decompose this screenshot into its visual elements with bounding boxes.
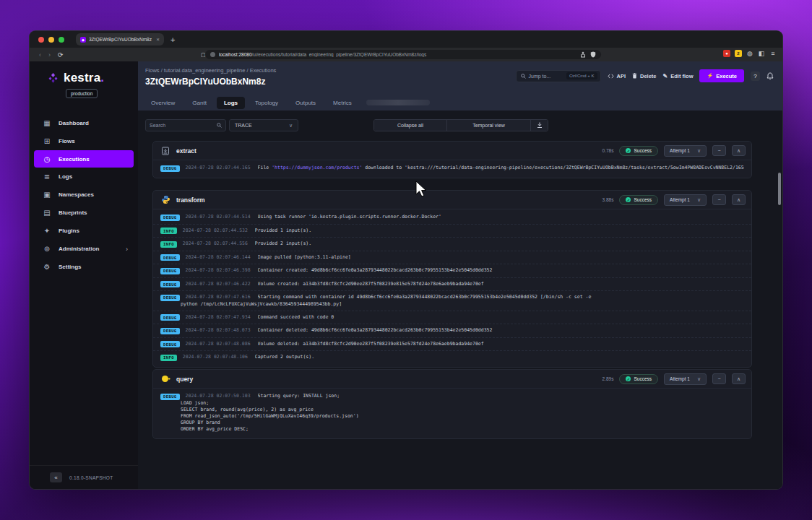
log-level-badge: INFO [160,228,177,234]
browser-menu-icon[interactable]: ≡ [769,50,777,57]
maximize-window-button[interactable] [59,37,64,43]
notifications-bell-icon[interactable] [766,72,774,80]
status-badge[interactable]: ✓ Success [619,146,658,156]
browser-tab[interactable]: ◆ 3ZtQEWrBpCIYuUObBxNm8z × [76,33,164,46]
sidebar-item-administration[interactable]: ⊚ Administration › [30,240,138,258]
collapse-task-button[interactable]: − [712,373,726,384]
browser-window: ◆ 3ZtQEWrBpCIYuUObBxNm8z × + ‹ › ⟳ ▢ loc… [29,30,783,490]
recorder-extension-icon[interactable]: ● [723,50,730,57]
extension-badge-icon[interactable]: 2 [735,50,742,57]
log-search-input[interactable] [150,123,217,128]
jump-to-search[interactable]: Jump to... Ctrl/Cmd + K [516,70,601,82]
task-header[interactable]: extract 0.78s ✓ Success Attempt 1 ∨ − ∧ [153,142,751,160]
tab-metrics[interactable]: Metrics [326,97,359,109]
log-entry: DEBUG 2024-07-28 02:07:44.165 File 'http… [153,162,751,175]
file-download-icon [160,146,170,156]
log-level-badge: DEBUG [160,341,180,347]
scroll-top-button[interactable]: ∧ [732,373,746,384]
status-badge[interactable]: ✓ Success [619,195,658,205]
sidebar-item-flows[interactable]: ⊞ Flows [30,132,138,150]
tab-overview[interactable]: Overview [144,97,182,109]
dashboard-icon: ▦ [43,119,51,127]
new-tab-button[interactable]: + [170,35,175,44]
traffic-lights[interactable] [30,37,72,43]
tab-close-icon[interactable]: × [156,36,160,43]
sidebar-item-dashboard[interactable]: ▦ Dashboard [30,114,138,132]
collapse-task-button[interactable]: − [712,145,726,156]
profile-icon[interactable]: ◍ [746,50,753,57]
sidebar-item-settings[interactable]: ⚙ Settings [30,258,138,276]
sidebar-collapse-button[interactable]: « [50,472,62,482]
task-duration: 0.78s [602,148,614,153]
log-message: Provided 1 input(s). [255,228,744,234]
api-icon [608,74,614,79]
sidebar-item-logs[interactable]: ≣ Logs [30,168,138,186]
log-message: Command succeed with code 0 [258,314,744,321]
log-message: Volume created: a134b3fd8cf8cfc2d90ee287… [258,281,744,287]
log-message: Starting query: INSTALL json; [258,393,744,399]
collapse-task-button[interactable]: − [712,194,726,205]
log-level-select[interactable]: TRACE ∨ [229,119,298,131]
task-card-query: query 2.89s ✓ Success Attempt 1 ∨ − ∧ DE… [152,369,752,439]
reload-icon[interactable]: ⟳ [58,51,64,58]
log-level-badge: DEBUG [160,328,180,334]
jump-to-label: Jump to... [529,74,563,79]
scroll-top-button[interactable]: ∧ [732,145,746,156]
temporal-view-button[interactable]: Temporal view [446,120,530,131]
log-list: DEBUG 2024-07-28 02:07:44.514 Using task… [153,209,751,367]
task-header[interactable]: query 2.89s ✓ Success Attempt 1 ∨ − ∧ [153,370,751,389]
tab-logs[interactable]: Logs [217,97,245,109]
log-timestamp: 2024-07-28 02:07:46.422 [186,281,252,287]
tab-outputs[interactable]: Outputs [288,97,323,109]
task-header[interactable]: transform 3.88s ✓ Success Attempt 1 ∨ − … [153,191,751,209]
search-icon [521,74,526,79]
delete-button[interactable]: Delete [632,73,657,79]
sidebar-item-namespaces[interactable]: ▣ Namespaces [30,186,138,204]
shield-icon[interactable] [590,51,596,58]
help-button[interactable]: ? [751,72,760,81]
tab-gantt[interactable]: Gantt [185,97,214,109]
log-message: Volume deleted: a134b3fd8cf8cfc2d90ee287… [258,341,744,347]
attempt-select[interactable]: Attempt 1 ∨ [664,194,707,206]
sidebar-item-blueprints[interactable]: ▤ Blueprints [30,204,138,222]
success-check-icon: ✓ [626,148,631,153]
forward-icon[interactable]: › [48,51,51,58]
tab-topology[interactable]: Topology [248,97,285,109]
log-link[interactable]: 'https://dummyjson.com/products' [272,165,362,170]
status-badge[interactable]: ✓ Success [619,374,658,384]
log-message: Image pulled [python:3.11-alpine] [258,254,744,261]
log-timestamp: 2024-07-28 02:07:47.934 [186,314,252,321]
sidebar-item-plugins[interactable]: ✦ Plugins [30,222,138,240]
attempt-select[interactable]: Attempt 1 ∨ [664,373,707,385]
attempt-label: Attempt 1 [670,197,690,202]
side-panel-icon[interactable]: ◧ [758,50,765,57]
download-logs-button[interactable] [530,120,548,131]
site-info-icon[interactable] [210,52,215,57]
log-message: Container created: 49d8b6cf6cc6fe0a3a287… [258,267,744,274]
share-icon[interactable] [580,51,586,58]
api-button[interactable]: API [608,73,626,79]
log-message-line: GROUP BY brand [160,420,744,426]
log-entry: INFO 2024-07-28 02:07:44.556 Provided 2 … [153,238,751,251]
log-search-box[interactable] [145,119,226,131]
namespaces-icon: ▣ [43,191,51,199]
back-icon[interactable]: ‹ [39,51,41,58]
attempt-select[interactable]: Attempt 1 ∨ [664,145,707,157]
kestra-logo-icon [47,72,59,84]
scroll-top-button[interactable]: ∧ [732,194,746,205]
minimize-window-button[interactable] [48,37,54,43]
sidebar-item-executions[interactable]: ◷ Executions [34,150,134,168]
executions-icon: ◷ [43,155,51,163]
extension-icons: ● 2 ◍ ◧ ≡ [723,50,777,57]
settings-icon: ⚙ [43,263,51,271]
close-window-button[interactable] [38,37,44,43]
address-bar[interactable]: localhost:28080/ui/executions/tutorial/d… [205,50,601,59]
log-message: File 'https://dummyjson.com/products' do… [258,165,744,171]
chevron-down-icon: ∨ [697,376,701,382]
collapse-all-button[interactable]: Collapse all [374,120,446,131]
scrollbar-thumb[interactable] [778,173,781,205]
version-label: 0.18.0-SNAPSHOT [69,475,113,480]
tab-title: 3ZtQEWrBpCIYuUObBxNm8z [89,37,153,42]
edit-flow-button[interactable]: ✎ Edit flow [663,73,694,79]
execute-button[interactable]: ⚡ Execute [699,69,744,82]
